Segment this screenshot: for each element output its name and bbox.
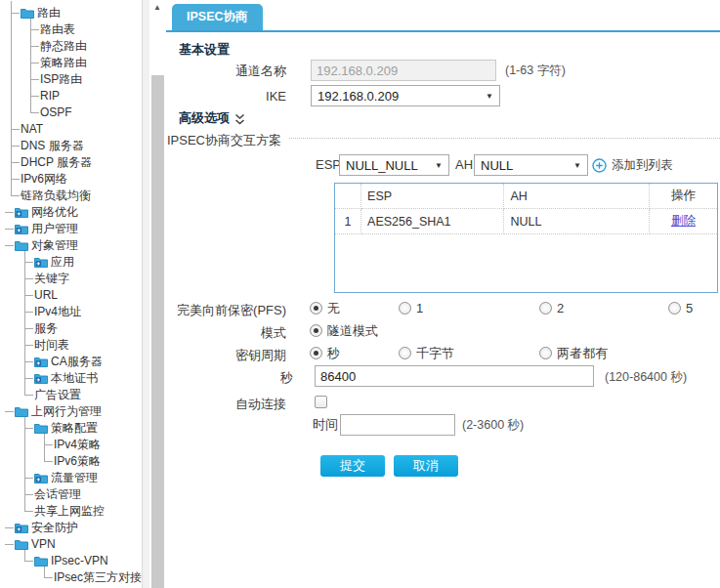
key-period-radio-both[interactable] [539, 347, 552, 359]
section-basic-settings: 基本设置 [179, 41, 230, 59]
sidebar-item-广告设置[interactable]: 广告设置 [34, 387, 142, 403]
sidebar-nav-tree: 路由路由表静态路由策略路由ISP路由RIPOSPFNATDNS 服务器DHCP … [0, 0, 142, 588]
sidebar-subtree: 策略配置IPv4策略IPv6策略流量管理会话管理共享上网监控 [24, 420, 142, 520]
sidebar-item-IPv6策略[interactable]: IPv6策略 [54, 453, 142, 470]
sidebar-item-ISP路由[interactable]: ISP路由 [40, 71, 142, 88]
sidebar-tree-node: URL [24, 287, 142, 304]
ah-label: AH [455, 154, 473, 176]
folder-plus-icon [15, 207, 28, 218]
sidebar-scrollbar[interactable]: ▲ [149, 0, 165, 588]
sidebar-tree-node: 会话管理 [24, 486, 142, 503]
scrollbar-thumb[interactable] [151, 75, 164, 588]
sidebar-item-对象管理[interactable]: 对象管理 [15, 237, 142, 254]
auto-connect-checkbox[interactable] [315, 396, 327, 408]
sidebar-item-服务[interactable]: 服务 [34, 320, 142, 337]
sidebar-item-label: IPsec第三方对接 [54, 569, 142, 586]
sidebar-item-关键字[interactable]: 关键字 [34, 271, 142, 287]
sidebar-item-NAT[interactable]: NAT [21, 121, 142, 138]
sidebar-item-应用[interactable]: 应用 [34, 254, 142, 271]
sidebar-item-时间表[interactable]: 时间表 [34, 337, 142, 354]
sidebar-tree-node: NAT [11, 121, 142, 138]
mode-radio-tunnel[interactable] [310, 324, 322, 337]
table-header-row: ESP AH 操作 [335, 184, 718, 209]
sidebar-item-label: 链路负载均衡 [21, 188, 91, 204]
sidebar-item-链路负载均衡[interactable]: 链路负载均衡 [21, 188, 142, 204]
sidebar-item-label: IPv4地址 [34, 304, 81, 320]
sidebar-item-安全防护[interactable]: 安全防护 [15, 520, 142, 536]
sidebar-item-label: ISP路由 [40, 71, 82, 88]
sidebar-item-共享上网监控[interactable]: 共享上网监控 [34, 503, 142, 520]
sidebar-subtree: 路由表静态路由策略路由ISP路由RIPOSPF [30, 21, 142, 121]
sidebar-tree-node: 路由表 [30, 21, 142, 38]
sidebar-item-label: 安全防护 [31, 520, 78, 536]
key-period-radio-kilobytes[interactable] [399, 347, 411, 359]
sidebar-tree-node: 静态路由 [30, 38, 142, 55]
sidebar-item-会话管理[interactable]: 会话管理 [34, 486, 142, 503]
sidebar-item-策略配置[interactable]: 策略配置 [34, 420, 142, 437]
sidebar-tree-node: 本地证书 [24, 370, 142, 387]
add-to-list-button[interactable]: 添加到列表 [592, 154, 673, 176]
pfs-radio-5[interactable] [668, 302, 681, 315]
sidebar-item-策略路由[interactable]: 策略路由 [40, 55, 142, 71]
sidebar-item-本地证书[interactable]: 本地证书 [34, 370, 142, 387]
sidebar-item-DHCP 服务器[interactable]: DHCP 服务器 [21, 154, 142, 171]
cancel-button[interactable]: 取消 [394, 455, 458, 477]
table-empty-area [335, 234, 718, 293]
pfs-option-5-label: 5 [686, 301, 693, 315]
tunnel-name-hint: (1-63 字符) [505, 61, 566, 81]
ike-select[interactable]: 192.168.0.209 ▼ [311, 85, 500, 106]
folder-open-icon [34, 556, 48, 567]
time-hint: (2-3600 秒) [462, 415, 524, 436]
sidebar-item-DNS 服务器[interactable]: DNS 服务器 [21, 138, 142, 154]
sidebar-item-RIP[interactable]: RIP [40, 88, 142, 105]
sidebar-tree-node: 共享上网监控 [24, 503, 142, 520]
sidebar-tree-node: 对象管理应用关键字URLIPv4地址服务时间表CA服务器本地证书广告设置 [5, 237, 142, 403]
sidebar-item-IPv4地址[interactable]: IPv4地址 [34, 304, 142, 320]
pfs-option-1-label: 1 [416, 301, 423, 315]
sidebar-subtree: IPsec第三方对接 [44, 569, 142, 586]
sidebar-item-URL[interactable]: URL [34, 287, 142, 304]
proposal-label: IPSEC协商交互方案 [166, 130, 281, 150]
sidebar-item-IPsec-VPN[interactable]: IPsec-VPN [34, 553, 142, 569]
sidebar-item-label: 共享上网监控 [34, 503, 105, 520]
folder-open-icon [15, 240, 28, 251]
sidebar-item-路由[interactable]: 路由 [21, 5, 142, 21]
tab-ipsec-negotiation[interactable]: IPSEC协商 [172, 4, 263, 30]
sidebar-hidden-parent-group: 路由路由表静态路由策略路由ISP路由RIPOSPFNATDNS 服务器DHCP … [5, 5, 142, 204]
sidebar-item-label: 对象管理 [31, 237, 78, 254]
sidebar-item-label: 时间表 [34, 337, 69, 354]
sidebar-item-IPv6网络[interactable]: IPv6网络 [21, 171, 142, 188]
advanced-options-title: 高级选项 [179, 109, 230, 127]
sidebar-item-label: IPv6网络 [21, 171, 67, 188]
sidebar-divider [142, 0, 149, 588]
sidebar-item-label: IPv6策略 [54, 453, 101, 470]
sidebar-item-label: 路由表 [40, 21, 75, 38]
pfs-radio-2[interactable] [539, 302, 552, 315]
pfs-radio-none[interactable] [310, 302, 322, 315]
delete-link[interactable]: 删除 [671, 214, 696, 228]
pfs-radio-1[interactable] [399, 302, 411, 315]
tunnel-name-input[interactable] [311, 60, 496, 81]
ah-select[interactable]: NULL ▼ [474, 154, 588, 176]
collapse-double-chevron-icon[interactable] [234, 113, 245, 126]
sidebar-item-IPv4策略[interactable]: IPv4策略 [54, 437, 142, 453]
sidebar-item-OSPF[interactable]: OSPF [40, 105, 142, 121]
submit-button[interactable]: 提交 [320, 455, 385, 477]
esp-select[interactable]: NULL_NULL ▼ [339, 154, 449, 176]
sidebar-item-用户管理[interactable]: 用户管理 [15, 221, 142, 237]
sidebar-item-流量管理[interactable]: 流量管理 [34, 470, 142, 486]
row-esp-cell: AES256_SHA1 [361, 209, 504, 234]
sidebar-item-网络优化[interactable]: 网络优化 [15, 204, 142, 221]
sidebar-item-路由表[interactable]: 路由表 [40, 21, 142, 38]
scroll-up-arrow-icon[interactable]: ▲ [149, 3, 165, 12]
time-input[interactable] [340, 414, 455, 436]
seconds-input[interactable] [315, 365, 594, 387]
sidebar-item-VPN[interactable]: VPN [15, 536, 142, 553]
sidebar-item-静态路由[interactable]: 静态路由 [40, 38, 142, 55]
key-period-radio-seconds[interactable] [310, 347, 322, 359]
sidebar-item-IPsec第三方对接[interactable]: IPsec第三方对接 [54, 569, 142, 586]
folder-open-icon [34, 423, 48, 434]
sidebar-item-CA服务器[interactable]: CA服务器 [34, 354, 142, 370]
sidebar-item-上网行为管理[interactable]: 上网行为管理 [15, 403, 142, 420]
sidebar-tree-node: 用户管理 [5, 221, 142, 237]
